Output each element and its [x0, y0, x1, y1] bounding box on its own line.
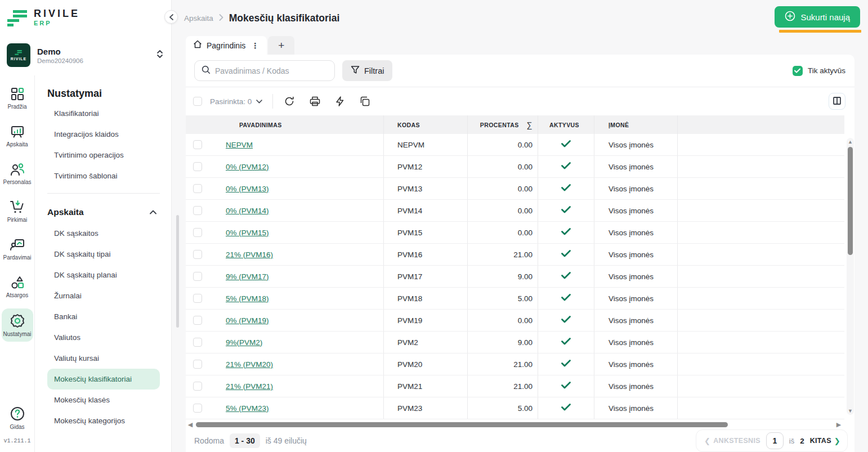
menu-heading: Nustatymai — [47, 88, 160, 100]
menu-item[interactable]: Tvirtinimo šablonai — [47, 165, 160, 186]
next-page-button[interactable]: KITAS ❯ — [810, 437, 840, 445]
row-name-link[interactable]: 0% (PVM12) — [226, 163, 269, 171]
view-tabs: Pagrindinis ⋮ + — [186, 36, 868, 55]
logo[interactable]: RIVILE ERP — [0, 0, 171, 35]
selected-chevron-down-icon[interactable] — [256, 100, 262, 104]
row-name-link[interactable]: 9%(PVM2) — [226, 338, 262, 347]
rail-item-nustatymai[interactable]: Nustatymai — [2, 308, 33, 342]
table-row: 21% (PVM16) PVM16 21.00 Visos įmonės — [186, 244, 844, 266]
row-name-link[interactable]: 0% (PVM14) — [226, 207, 269, 215]
row-name-link[interactable]: 9% (PVM17) — [226, 272, 269, 281]
rail-item-pardavimai[interactable]: Pardavimai — [2, 233, 33, 265]
scroll-up-arrow-icon[interactable]: ▲ — [848, 138, 853, 146]
rail-item-personalas[interactable]: Personalas — [2, 158, 33, 190]
menu-item[interactable]: DK sąskaitų tipai — [47, 244, 160, 265]
horizontal-scroll-thumb[interactable] — [196, 422, 728, 427]
row-name-link[interactable]: 21% (PVM16) — [226, 250, 273, 259]
row-name-link[interactable]: 21% (PVM21) — [226, 382, 273, 391]
row-name-link[interactable]: 5% (PVM23) — [226, 404, 269, 413]
showing-range-badge: 1 - 30 — [230, 433, 260, 448]
row-name-link[interactable]: 21% (PVM20) — [226, 360, 273, 369]
table-row: 0% (PVM15) PVM15 0.00 Visos įmonės — [186, 222, 844, 244]
row-name-link[interactable]: 0% (PVM15) — [226, 229, 269, 237]
row-checkbox[interactable] — [193, 250, 202, 259]
row-name-link[interactable]: 0% (PVM19) — [226, 316, 269, 325]
row-checkbox[interactable] — [193, 316, 202, 325]
row-name-link[interactable]: 0% (PVM13) — [226, 185, 269, 193]
funnel-icon — [351, 65, 360, 76]
vertical-scrollbar[interactable]: ▲ ▼ — [847, 138, 854, 415]
scroll-right-arrow-icon[interactable]: ▶ — [835, 420, 842, 428]
rail-item-gidas[interactable]: Gidas — [2, 401, 33, 435]
col-header-imone[interactable]: ĮMONĖ — [594, 115, 677, 134]
horizontal-scrollbar[interactable]: ◀ ▶ — [187, 420, 842, 428]
menu-item[interactable]: DK sąskaitų planai — [47, 265, 160, 285]
menu-item[interactable]: Mokesčių klasifikatoriai — [47, 369, 160, 390]
row-checkbox[interactable] — [193, 228, 202, 237]
rail-item-pradzia[interactable]: Pradžia — [2, 82, 33, 114]
add-tab-button[interactable]: + — [268, 36, 294, 55]
table-row: 0% (PVM12) PVM12 0.00 Visos įmonės — [186, 156, 844, 178]
row-checkbox[interactable] — [193, 404, 202, 413]
scroll-left-arrow-icon[interactable]: ◀ — [187, 420, 194, 428]
row-checkbox[interactable] — [193, 294, 202, 303]
row-checkbox[interactable] — [193, 338, 202, 347]
menu-item[interactable]: DK sąskaitos — [47, 223, 160, 244]
menu-item[interactable]: Mokesčių kategorijos — [47, 410, 160, 431]
row-name-link[interactable]: 5% (PVM18) — [226, 294, 269, 303]
col-header-aktyvus[interactable]: AKTYVUS — [538, 115, 594, 134]
tab-kebab-menu-icon[interactable]: ⋮ — [250, 41, 260, 50]
account-chevron-updown-icon[interactable] — [156, 50, 163, 61]
menu-item[interactable]: Valiutos — [47, 327, 160, 348]
selected-count-label: Pasirinkta: 0 — [210, 97, 252, 106]
col-header-pavadinimas[interactable]: PAVADINIMAS — [222, 115, 383, 134]
menu-item[interactable]: Klasifikatoriai — [47, 103, 160, 124]
rail-item-pirkimai[interactable]: Pirkimai — [2, 195, 33, 227]
question-icon — [10, 406, 25, 422]
col-header-procentas[interactable]: PROCENTAS ∑ — [467, 115, 538, 134]
refresh-icon[interactable] — [284, 96, 294, 106]
scroll-down-arrow-icon[interactable]: ▼ — [848, 407, 853, 415]
rail-item-apskaita[interactable]: Apskaita — [2, 120, 33, 152]
row-checkbox[interactable] — [193, 360, 202, 369]
account-switcher[interactable]: RIVILE Demo Demo20240906 — [0, 35, 171, 75]
classifiers-table: PAVADINIMAS KODAS PROCENTAS ∑ AKTYVUS ĮM… — [186, 115, 844, 419]
column-layout-button[interactable] — [829, 93, 845, 110]
filters-button[interactable]: Filtrai — [342, 60, 392, 81]
row-checkbox[interactable] — [193, 140, 202, 149]
menu-item[interactable]: Valiutų kursai — [47, 348, 160, 369]
sidebar-collapse-button[interactable] — [164, 10, 178, 24]
select-all-checkbox[interactable] — [193, 97, 202, 106]
rail-item-atsargos[interactable]: Atsargos — [2, 271, 33, 303]
menu-item[interactable]: Integracijos klaidos — [47, 124, 160, 145]
create-new-button[interactable]: Sukurti naują — [775, 6, 860, 28]
search-input[interactable] — [215, 66, 329, 75]
previous-page-button[interactable]: ❮ ANKSTESNIS — [704, 437, 760, 445]
row-checkbox[interactable] — [193, 206, 202, 215]
vertical-scroll-thumb[interactable] — [848, 147, 853, 255]
filter-row: Filtrai Tik aktyvūs — [186, 55, 854, 87]
copy-icon[interactable] — [360, 96, 370, 106]
tab-pagrindinis[interactable]: Pagrindinis ⋮ — [186, 36, 267, 55]
active-check-icon — [561, 316, 571, 325]
col-header-kodas[interactable]: KODAS — [383, 115, 467, 134]
checked-checkbox-icon[interactable] — [793, 66, 803, 76]
row-checkbox[interactable] — [193, 382, 202, 391]
menu-item[interactable]: Bankai — [47, 306, 160, 327]
brand-sub: ERP — [34, 20, 80, 26]
menu-item[interactable]: Mokesčių klasės — [47, 390, 160, 410]
row-checkbox[interactable] — [193, 184, 202, 193]
menu-item[interactable]: Tvirtinimo operacijos — [47, 145, 160, 165]
row-checkbox[interactable] — [193, 162, 202, 171]
row-checkbox[interactable] — [193, 272, 202, 281]
only-active-toggle[interactable]: Tik aktyvūs — [793, 66, 845, 76]
sum-sigma-icon[interactable]: ∑ — [527, 120, 533, 129]
row-name-link[interactable]: NEPVM — [226, 141, 253, 149]
zap-icon[interactable] — [335, 96, 344, 106]
menu-item[interactable]: Žurnalai — [47, 285, 160, 306]
content-panel: Filtrai Tik aktyvūs Pasirinkta: 0 — [186, 55, 854, 452]
print-icon[interactable] — [310, 96, 320, 106]
current-page-input[interactable]: 1 — [766, 432, 784, 449]
menu-section-apskaita[interactable]: Apskaita — [47, 200, 160, 223]
breadcrumb-apskaita[interactable]: Apskaita — [184, 14, 213, 23]
